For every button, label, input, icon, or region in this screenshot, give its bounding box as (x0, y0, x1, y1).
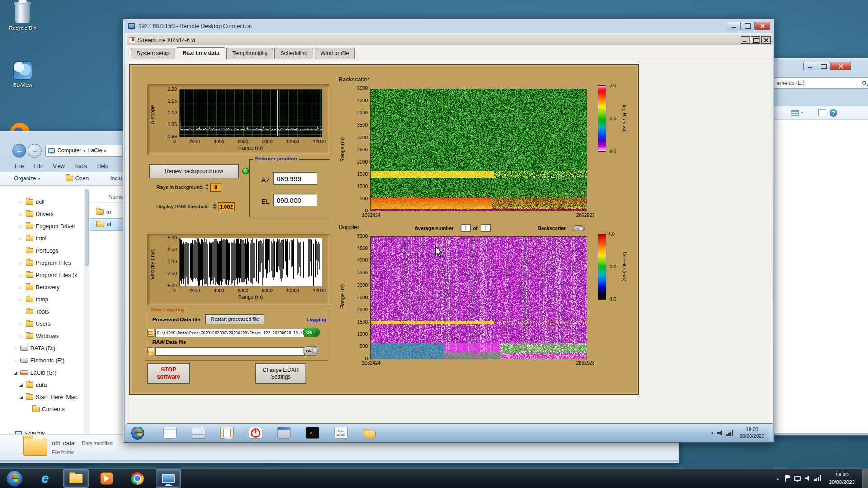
tree-scrollbar[interactable] (84, 186, 90, 434)
processed-path-field[interactable]: C:\LiDAR\Data\Proc\2023\202308\20230820\… (155, 329, 305, 337)
restart-processed-file-button[interactable]: Restart processed file (205, 314, 264, 324)
raw-logging-toggle[interactable]: OFF (303, 346, 320, 356)
tree-item[interactable]: Recovery (0, 281, 84, 293)
app-restore-button[interactable] (751, 36, 760, 44)
path-browse-icon[interactable] (147, 347, 154, 355)
desktop-icon-bl-view[interactable]: BL-View (5, 61, 41, 88)
processed-logging-toggle[interactable]: ON (303, 328, 320, 337)
rays-field[interactable]: 8 (210, 183, 221, 192)
tree-item[interactable]: Contents (0, 403, 84, 415)
tree-item[interactable]: PerfLogs (0, 244, 84, 257)
app-minimize-button[interactable] (741, 36, 750, 44)
open-button[interactable]: Open (62, 174, 92, 183)
expand-arrow-icon[interactable] (19, 273, 26, 277)
menu-item[interactable]: View (53, 163, 65, 169)
grid-app-icon[interactable] (188, 426, 209, 441)
maximize-button[interactable] (741, 22, 755, 30)
rdp-show-desktop-button[interactable] (769, 424, 773, 441)
expand-arrow-icon[interactable] (19, 212, 26, 216)
start-button[interactable] (0, 469, 29, 488)
taskbar-clock[interactable]: 19:30 20/08/2023 (829, 471, 855, 485)
tree-item[interactable]: Intel (0, 232, 84, 244)
tray-up-icon[interactable]: ▴ (773, 474, 783, 483)
expand-arrow-icon[interactable] (14, 371, 20, 375)
expand-arrow-icon[interactable] (19, 297, 26, 302)
expand-arrow-icon[interactable] (19, 224, 26, 229)
app-title-bar[interactable]: StreamLine XR v14-6.vi (127, 35, 773, 45)
notepad-icon[interactable] (160, 426, 180, 441)
explorer-taskbar-button[interactable] (63, 469, 89, 488)
change-lidar-settings-button[interactable]: Change LiDARSettings (255, 363, 306, 384)
tree-item[interactable]: Program Files (x (0, 269, 84, 281)
volume-tray-icon[interactable] (802, 474, 812, 483)
backscatter-toggle[interactable] (573, 225, 585, 231)
menu-item[interactable]: Edit (33, 163, 43, 169)
path-browse-icon[interactable] (147, 329, 154, 337)
tab[interactable]: Wind profile (315, 48, 355, 59)
rdp-volume-tray-icon[interactable] (715, 428, 725, 438)
tree-item[interactable]: Program Files (0, 257, 84, 269)
expand-arrow-icon[interactable] (19, 236, 26, 241)
tree-item[interactable]: Drivers (0, 208, 84, 220)
raw-path-field[interactable] (155, 347, 305, 356)
renew-background-button[interactable]: Renew background now (149, 164, 239, 178)
desktop-icon-recycle-bin[interactable]: Recycle Bin (5, 4, 41, 31)
xr-app-icon[interactable] (274, 426, 294, 441)
network-tray-icon[interactable] (812, 474, 822, 483)
tree-item[interactable]: Elements (E:) (0, 354, 84, 366)
tab[interactable]: System setup (131, 48, 175, 59)
tree-item[interactable]: Edgeport Driver (0, 220, 84, 232)
chrome-taskbar-button[interactable] (125, 469, 150, 488)
stop-software-button[interactable]: STOPsoftware (147, 363, 190, 384)
minimize-button[interactable] (803, 62, 816, 70)
tab[interactable]: Scheduling (274, 48, 313, 59)
menu-item[interactable]: Help (97, 163, 108, 169)
menu-item[interactable]: File (15, 163, 24, 169)
rdp-title-bar[interactable]: 192.168.0.150 - Remote Desktop Connectio… (123, 19, 774, 33)
organize-button[interactable]: Organize▾ (10, 174, 44, 183)
breadcrumb[interactable]: ComputerLaCie (45, 145, 122, 157)
display-tray-icon[interactable] (793, 474, 802, 483)
power-icon[interactable] (245, 426, 266, 441)
tree-item[interactable]: LaCie (G:) (0, 366, 84, 379)
media-player-taskbar-button[interactable] (94, 469, 119, 488)
tab[interactable]: Real time data (177, 47, 225, 59)
search-input[interactable]: ements (E:) (774, 77, 868, 89)
rays-spinner[interactable] (204, 183, 209, 191)
el-field[interactable]: 090.000 (273, 194, 317, 206)
tree-item[interactable]: Users (0, 318, 84, 330)
expand-arrow-icon[interactable] (19, 261, 26, 265)
tree-item[interactable]: Tools (0, 305, 84, 318)
breadcrumb-segment[interactable]: LaCie (88, 147, 109, 154)
documents-icon[interactable] (217, 426, 237, 441)
rdp-start-button[interactable] (131, 427, 144, 440)
menu-item[interactable]: Tools (75, 163, 87, 169)
folder2-icon[interactable] (359, 426, 380, 441)
rdp-taskbar-button[interactable] (156, 469, 181, 488)
preview-pane-icon[interactable] (818, 109, 826, 116)
tray-up-icon[interactable]: ◂ (709, 428, 715, 438)
tree-item[interactable]: Start_Here_Mac. (0, 391, 84, 403)
change-view-button[interactable]: ▾ (787, 108, 807, 117)
expand-arrow-icon[interactable] (19, 200, 26, 204)
average-of-field[interactable]: 1 (481, 224, 491, 232)
average-number-field[interactable]: 1 (461, 224, 471, 232)
tree-item[interactable]: temp (0, 293, 84, 305)
maximize-button[interactable] (817, 62, 830, 70)
app-close-button[interactable] (761, 36, 771, 44)
help-button[interactable]: ? (830, 109, 837, 117)
tree-item[interactable]: DATA (D:) (0, 342, 84, 354)
action-center-icon[interactable] (783, 474, 793, 483)
tab[interactable]: Temp/humidity (226, 48, 273, 59)
back-button[interactable]: ← (12, 144, 26, 158)
close-button[interactable] (830, 62, 851, 70)
tree-item[interactable]: dell (0, 196, 84, 208)
tree-item[interactable]: data (0, 379, 84, 391)
scan-sched-icon[interactable]: Scan sched (330, 426, 351, 441)
rdp-taskbar-clock[interactable]: 19:30 20/08/2023 (740, 426, 764, 440)
tree-item[interactable]: Windows (0, 330, 84, 342)
terminal-icon[interactable] (302, 426, 323, 441)
close-button[interactable] (755, 22, 770, 30)
breadcrumb-segment[interactable]: Computer (57, 147, 88, 154)
snr-field[interactable]: 1.002 (218, 202, 235, 211)
